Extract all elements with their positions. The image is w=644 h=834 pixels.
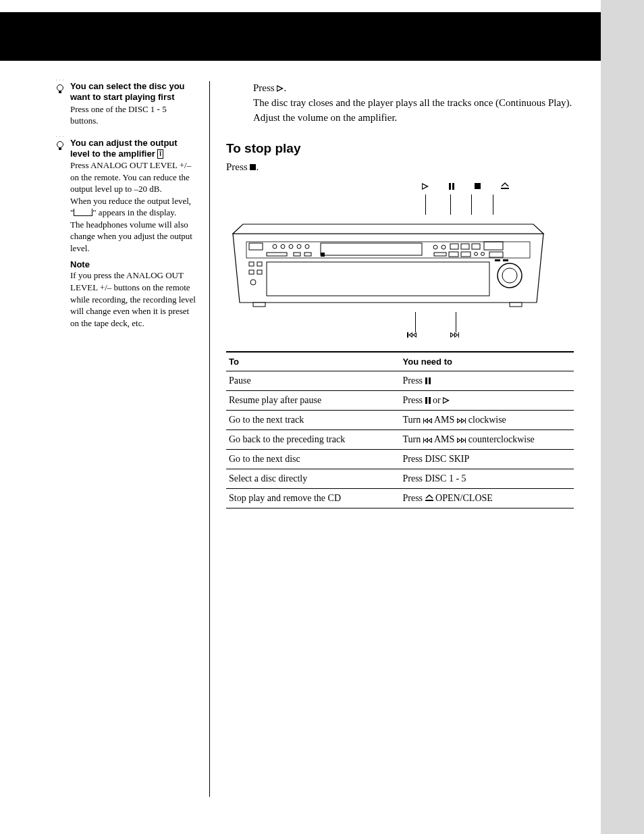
note-title: Note: [70, 259, 196, 269]
note-text: If you press the ANALOG OUT LEVEL +/– bu…: [70, 269, 196, 329]
tip1-text: Press one of the DISC 1 - 5 buttons.: [70, 103, 196, 127]
right-gutter: [601, 0, 644, 834]
table-row: Go to the next discPress DISC SKIP: [226, 450, 574, 469]
callout-stop-icon: [475, 181, 481, 192]
need-post: clockwise: [466, 415, 506, 425]
col-need: You need to: [400, 352, 574, 371]
need-post: OPEN/CLOSE: [433, 493, 493, 503]
cell-to: Go back to the preceding track: [226, 430, 400, 450]
need-pre: Press DISC 1 - 5: [403, 473, 466, 484]
section-sub-pre: Press: [226, 161, 250, 172]
intro-l1-pre: Press: [253, 82, 277, 93]
intro-line2: The disc tray closes and the player play…: [253, 96, 574, 126]
player-diagram: [226, 181, 574, 338]
callout-eject-icon: [501, 181, 509, 192]
section-sub: Press .: [226, 161, 574, 173]
tip2-p2: When you reduce the output level, "" app…: [70, 195, 196, 219]
need-pre: Press: [403, 493, 425, 503]
cell-need: Turn AMS counterclockwise: [400, 430, 574, 450]
svg-rect-37: [503, 259, 508, 261]
need-post: counterclockwise: [466, 434, 534, 444]
eject-icon: [425, 494, 433, 501]
tip2-p3: The headphones volume will also change w…: [70, 219, 196, 255]
main-content: Press . The disc tray closes and the pla…: [209, 81, 574, 797]
svg-rect-34: [253, 303, 265, 307]
cell-to: Stop play and remove the CD: [226, 489, 400, 509]
svg-rect-35: [510, 303, 522, 307]
remote-icon: î: [157, 149, 163, 159]
tip-bulb-icon: · · ·: [54, 138, 70, 150]
table-row: PausePress: [226, 371, 574, 391]
prev-icon: [423, 418, 433, 423]
intro-block: Press . The disc tray closes and the pla…: [253, 81, 574, 125]
cell-need: Press or: [400, 391, 574, 411]
cell-need: Press DISC SKIP: [400, 450, 574, 469]
tip2-p2-post: " appears in the display.: [92, 207, 176, 217]
callout-next-icon: [450, 332, 460, 338]
need-pre: Press: [403, 375, 425, 386]
need-pre: Turn: [403, 434, 423, 444]
play-icon: [277, 85, 284, 92]
cell-to: Pause: [226, 371, 400, 391]
cell-to: Select a disc directly: [226, 469, 400, 489]
table-row: Go back to the preceding trackTurn AMS c…: [226, 430, 574, 450]
section-sub-post: .: [256, 161, 259, 172]
callout-pause-icon: [449, 181, 454, 192]
bracket-icon: [74, 209, 92, 216]
col-to: To: [226, 352, 400, 371]
next-icon: [457, 438, 466, 443]
svg-rect-19: [321, 253, 325, 257]
cell-need: Turn AMS clockwise: [400, 411, 574, 430]
next-icon: [457, 418, 466, 423]
pause-icon: [425, 377, 431, 384]
tip-output-level: · · · You can adjust the output level to…: [54, 138, 196, 330]
need-pre: Turn: [403, 415, 423, 425]
play-icon: [443, 397, 450, 404]
cell-to: Go to the next disc: [226, 450, 400, 469]
table-row: Stop play and remove the CDPress OPEN/CL…: [226, 489, 574, 509]
svg-marker-1: [233, 224, 543, 234]
need-pre: Press DISC SKIP: [403, 454, 470, 464]
sidebar: · · · You can select the disc you want t…: [54, 81, 196, 797]
tip1-title: You can select the disc you want to star…: [70, 81, 196, 103]
callout-prev-icon: [407, 332, 417, 338]
cell-to: Resume play after pause: [226, 391, 400, 411]
prev-icon: [423, 438, 433, 443]
cell-need: Press OPEN/CLOSE: [400, 489, 574, 509]
svg-marker-0: [233, 234, 543, 303]
need-pre: Press: [403, 395, 425, 405]
tip-bulb-icon: · · ·: [54, 81, 70, 93]
intro-line1: Press .: [253, 81, 574, 96]
ams-label: AMS: [434, 415, 454, 425]
cell-to: Go to the next track: [226, 411, 400, 430]
cell-need: Press: [400, 371, 574, 391]
section-title: To stop play: [226, 141, 574, 156]
svg-rect-36: [495, 259, 500, 261]
table-row: Resume play after pausePress or: [226, 391, 574, 411]
header-black-bar: [0, 12, 601, 61]
tip2-title: You can adjust the output level to the a…: [70, 138, 196, 160]
table-row: Select a disc directlyPress DISC 1 - 5: [226, 469, 574, 489]
intro-l1-post: .: [284, 82, 286, 93]
pause-icon: [425, 397, 431, 404]
tip-select-disc: · · · You can select the disc you want t…: [54, 81, 196, 127]
cell-need: Press DISC 1 - 5: [400, 469, 574, 489]
table-row: Go to the next trackTurn AMS clockwise: [226, 411, 574, 430]
callout-play-icon: [422, 181, 429, 192]
tip2-p1: Press ANALOG OUT LEVEL +/– on the remote…: [70, 159, 196, 195]
ams-label: AMS: [434, 434, 454, 444]
or-label: or: [433, 395, 441, 405]
actions-table: To You need to PausePress Resume play af…: [226, 351, 574, 509]
player-illustration: [226, 215, 574, 312]
